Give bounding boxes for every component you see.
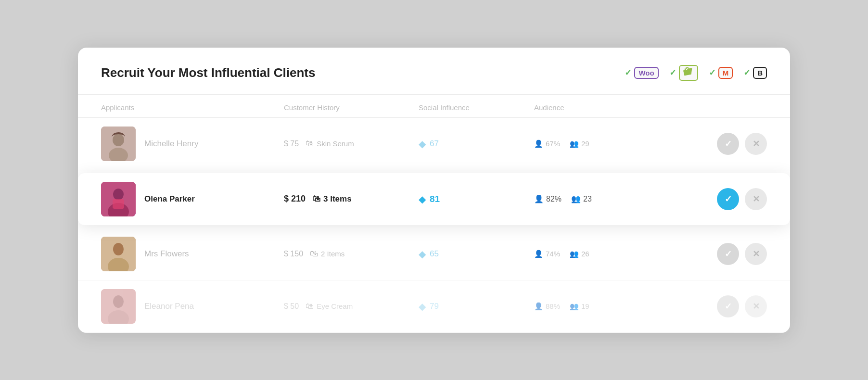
person-icon: 👤 [534, 194, 544, 203]
actions-cell: ✓ ✕ [707, 188, 767, 210]
social-influence-cell: ◆ 65 [419, 248, 534, 260]
table-row: Olena Parker $ 210 🛍 3 Items ◆ 81 👤 82% … [78, 173, 790, 225]
bigcommerce-check-icon: ✓ [743, 67, 751, 78]
age-info: 👥 26 [570, 250, 589, 258]
shopify-logo [679, 65, 698, 81]
female-pct: 👤 82% [534, 194, 562, 203]
magento-check-icon: ✓ [709, 67, 716, 78]
item-info: 🛍 Eye Cream [306, 302, 353, 311]
bag-icon: 🛍 [312, 194, 320, 204]
approve-button[interactable]: ✓ [717, 133, 739, 155]
applicant-name: Mrs Flowers [144, 249, 189, 259]
audience-cell: 👤 82% 👥 23 [534, 194, 707, 203]
integration-bigcommerce: ✓ B [743, 67, 767, 79]
applicant-name: Michelle Henry [144, 139, 198, 149]
purchase-amount: $ 75 [284, 139, 299, 148]
reject-button[interactable]: ✕ [745, 243, 767, 265]
avatar [101, 182, 136, 216]
item-info: 🛍 Skin Serum [306, 139, 354, 149]
avatar [101, 289, 136, 324]
woo-logo: Woo [634, 67, 658, 79]
applicant-cell: Mrs Flowers [101, 237, 284, 271]
person-icon: 👤 [534, 139, 543, 148]
social-influence-cell: ◆ 67 [419, 138, 534, 150]
table-row: Michelle Henry $ 75 🛍 Skin Serum ◆ 67 👤 … [78, 118, 790, 170]
reject-button[interactable]: ✕ [745, 295, 767, 317]
col-actions [707, 103, 767, 112]
customer-history-cell: $ 75 🛍 Skin Serum [284, 139, 419, 149]
integrations-list: ✓ Woo ✓ ✓ M ✓ B [625, 65, 767, 81]
integration-woocommerce: ✓ Woo [625, 67, 658, 79]
svg-point-11 [113, 295, 124, 308]
svg-point-4 [113, 189, 124, 200]
reject-button[interactable]: ✕ [745, 188, 767, 210]
influence-score: 67 [430, 139, 439, 149]
actions-cell: ✓ ✕ [707, 295, 767, 317]
card-header: Recruit Your Most Influential Clients ✓ … [78, 48, 790, 95]
female-pct: 👤 74% [534, 250, 560, 258]
svg-rect-6 [113, 199, 124, 209]
col-social-influence: Social Influence [419, 103, 534, 112]
diamond-icon: ◆ [419, 138, 426, 150]
group-icon: 👥 [571, 194, 581, 203]
applicant-cell: Olena Parker [101, 182, 284, 216]
applicant-cell: Michelle Henry [101, 127, 284, 161]
reject-button[interactable]: ✕ [745, 133, 767, 155]
person-icon: 👤 [534, 250, 543, 258]
social-influence-cell: ◆ 79 [419, 301, 534, 312]
applicant-name: Eleanor Pena [144, 302, 194, 311]
actions-cell: ✓ ✕ [707, 243, 767, 265]
approve-button[interactable]: ✓ [717, 243, 739, 265]
customer-history-cell: $ 210 🛍 3 Items [284, 194, 419, 204]
female-pct: 👤 67% [534, 139, 560, 148]
main-card: Recruit Your Most Influential Clients ✓ … [78, 48, 790, 333]
purchase-amount: $ 50 [284, 302, 299, 311]
age-info: 👥 23 [571, 194, 592, 203]
woo-check-icon: ✓ [625, 67, 632, 78]
diamond-icon: ◆ [419, 193, 426, 205]
integration-magento: ✓ M [709, 67, 733, 79]
female-pct: 👤 88% [534, 302, 560, 311]
bag-icon: 🛍 [306, 139, 314, 149]
person-icon: 👤 [534, 302, 543, 311]
influence-score: 65 [430, 249, 439, 259]
applicant-cell: Eleanor Pena [101, 289, 284, 324]
purchase-amount: $ 210 [284, 194, 306, 204]
audience-cell: 👤 88% 👥 19 [534, 302, 707, 311]
col-applicants: Applicants [101, 103, 284, 112]
age-info: 👥 29 [570, 139, 589, 148]
bigcommerce-logo: B [753, 67, 767, 79]
group-icon: 👥 [570, 250, 579, 258]
svg-point-8 [113, 243, 124, 255]
shopify-check-icon: ✓ [669, 67, 677, 78]
col-audience: Audience [534, 103, 707, 112]
social-influence-cell: ◆ 81 [419, 193, 534, 205]
svg-point-1 [113, 134, 124, 146]
col-customer-history: Customer History [284, 103, 419, 112]
customer-history-cell: $ 50 🛍 Eye Cream [284, 302, 419, 311]
integration-shopify: ✓ [669, 65, 698, 81]
customer-history-cell: $ 150 🛍 2 Items [284, 249, 419, 259]
diamond-icon: ◆ [419, 248, 426, 260]
table-header: Applicants Customer History Social Influ… [78, 95, 790, 118]
influence-score: 79 [430, 302, 439, 311]
avatar [101, 127, 136, 161]
page-title: Recruit Your Most Influential Clients [101, 65, 315, 80]
applicant-name: Olena Parker [144, 194, 195, 204]
purchase-amount: $ 150 [284, 250, 303, 258]
influence-score: 81 [430, 194, 440, 204]
approve-button[interactable]: ✓ [717, 295, 739, 317]
bag-icon: 🛍 [310, 249, 318, 259]
table-row: Eleanor Pena $ 50 🛍 Eye Cream ◆ 79 👤 88%… [78, 280, 790, 333]
actions-cell: ✓ ✕ [707, 133, 767, 155]
age-info: 👥 19 [570, 302, 589, 311]
table-row: Mrs Flowers $ 150 🛍 2 Items ◆ 65 👤 74% 👥… [78, 228, 790, 280]
audience-cell: 👤 67% 👥 29 [534, 139, 707, 148]
approve-button[interactable]: ✓ [717, 188, 739, 210]
diamond-icon: ◆ [419, 301, 426, 312]
item-info: 🛍 2 Items [310, 249, 345, 259]
avatar [101, 237, 136, 271]
magento-logo: M [718, 67, 733, 79]
item-info: 🛍 3 Items [312, 194, 352, 204]
bag-icon: 🛍 [306, 302, 314, 311]
